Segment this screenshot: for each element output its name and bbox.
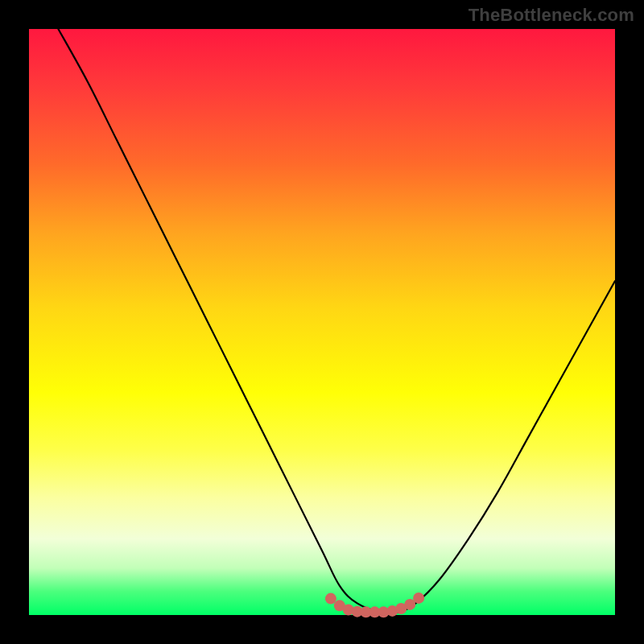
- chart-container: TheBottleneck.com: [0, 0, 644, 644]
- plot-area: [29, 29, 615, 615]
- optimum-markers: [325, 592, 424, 617]
- optimum-marker: [413, 592, 424, 604]
- watermark-text: TheBottleneck.com: [469, 5, 634, 26]
- curve-layer: [29, 29, 615, 615]
- bottleneck-curve: [58, 29, 615, 613]
- optimum-marker: [325, 593, 336, 605]
